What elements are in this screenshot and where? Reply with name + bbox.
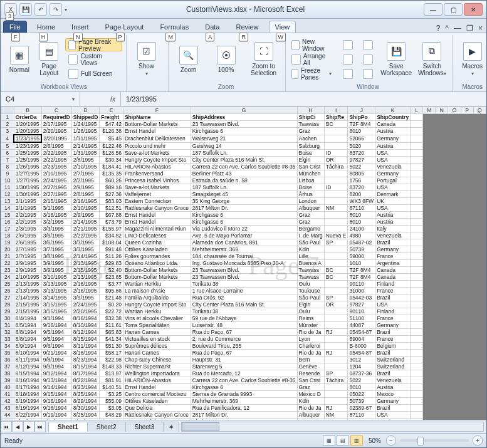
cell[interactable]: 8/30/1994 xyxy=(71,405,100,412)
cell[interactable]: 69004 xyxy=(348,336,375,343)
h-scroll-thumb[interactable] xyxy=(182,422,219,431)
cell[interactable]: 87110 xyxy=(348,412,375,419)
cell[interactable]: Piccolo und mehr xyxy=(123,142,191,150)
cell[interactable]: UK xyxy=(375,198,411,205)
cell[interactable]: Torikatu 38 xyxy=(191,308,297,315)
cell[interactable]: Köln xyxy=(297,398,324,405)
cell[interactable]: Aachen xyxy=(297,135,324,142)
cell[interactable]: Canada xyxy=(375,267,411,274)
cell[interactable]: 8/10/1994 xyxy=(71,322,100,329)
cell[interactable]: $3.05 xyxy=(100,405,123,412)
cell[interactable]: 1/30/1995 xyxy=(14,184,41,191)
cell[interactable]: 2/14/1995 xyxy=(71,253,100,260)
cell[interactable]: 2817 Milton Dr. xyxy=(191,205,297,212)
tab-prev-button[interactable]: ◀ xyxy=(12,421,23,432)
sync-scroll-button[interactable] xyxy=(360,53,376,66)
cell[interactable]: 8/12/1994 xyxy=(14,363,41,370)
cell[interactable]: London xyxy=(297,198,324,205)
cell[interactable]: Boise xyxy=(297,184,324,191)
cell[interactable]: Richter Supermarkt xyxy=(123,363,191,370)
cell[interactable]: Geislweg 14 xyxy=(191,142,297,150)
cell[interactable]: BC xyxy=(324,274,348,281)
col-header-D[interactable]: D xyxy=(71,107,100,114)
cell[interactable]: Ernst Handel xyxy=(123,384,191,391)
cell[interactable]: São Paul xyxy=(297,239,324,246)
cell[interactable]: 9/14/1994 xyxy=(41,384,71,391)
arrange-all-button[interactable]: Arrange All xyxy=(288,53,335,66)
cell[interactable]: Rua do Paço, 67 xyxy=(191,329,297,336)
cell[interactable]: 8200 xyxy=(348,191,375,198)
cell[interactable]: Rua do Paço, 67 xyxy=(191,350,297,357)
cell[interactable]: Vaffeljernet xyxy=(123,191,191,198)
cell[interactable]: $41.34 xyxy=(100,336,123,343)
cell[interactable]: 2/2/1995 xyxy=(71,177,100,184)
cell[interactable]: 2/6/1995 xyxy=(14,232,41,239)
cell[interactable]: Luisenstr. 48 xyxy=(191,322,297,329)
cell[interactable] xyxy=(324,315,348,322)
cell[interactable]: 1/26/1995 xyxy=(71,128,100,135)
cell[interactable]: 2/7/1995 xyxy=(14,246,41,253)
cell[interactable]: Smagsløget 45 xyxy=(191,191,297,198)
cell[interactable]: Torikatu 38 xyxy=(191,281,297,288)
zoom-out-button[interactable]: − xyxy=(386,435,396,445)
mdi-restore-icon[interactable]: ❐ xyxy=(466,24,473,33)
cell[interactable]: 2/10/1995 xyxy=(71,164,100,170)
cell[interactable]: Germany xyxy=(375,398,411,405)
cell[interactable]: 2/22/1995 xyxy=(41,150,71,157)
cell[interactable]: 23 Tsawassen Blvd. xyxy=(191,121,297,128)
cell[interactable]: Save-a-lot Markets xyxy=(123,150,191,157)
cell[interactable]: Finland xyxy=(375,308,411,315)
cell[interactable]: Boise xyxy=(297,150,324,157)
cell[interactable]: $148.33 xyxy=(100,363,123,370)
cell[interactable]: $32.38 xyxy=(100,315,123,322)
cell[interactable]: I. de Marg xyxy=(297,232,324,239)
cell[interactable]: Via Ludovico il Moro 22 xyxy=(191,226,297,232)
cell[interactable]: 9/13/1994 xyxy=(41,377,71,384)
cell[interactable]: Charleroi xyxy=(297,343,324,350)
col-header-L[interactable]: L xyxy=(411,107,423,114)
cell[interactable]: 8010 xyxy=(348,128,375,135)
cell[interactable]: OR xyxy=(324,301,348,308)
cell[interactable] xyxy=(324,226,348,232)
cell[interactable]: 8/17/1994 xyxy=(71,370,100,377)
cell[interactable]: OR xyxy=(324,157,348,164)
cell[interactable]: Graz xyxy=(297,384,324,391)
row-header[interactable]: 37 xyxy=(1,363,14,370)
cell[interactable]: Ing. Gustavo Moncada 8585 Piso 20-A xyxy=(191,260,297,267)
row-header[interactable]: 18 xyxy=(1,232,14,239)
cell[interactable]: 8/25/1994 xyxy=(71,412,100,419)
tab-insert[interactable]: InsertN xyxy=(65,21,95,33)
cell[interactable]: Walserweg 21 xyxy=(191,135,297,142)
cell[interactable]: $11.61 xyxy=(100,322,123,329)
row-header[interactable]: 23 xyxy=(1,267,14,274)
cell[interactable]: BC xyxy=(324,121,348,128)
cell[interactable]: Hungry Coyote Import Sto xyxy=(123,157,191,164)
cell[interactable]: France xyxy=(375,315,411,322)
cell[interactable]: Eastern Connection xyxy=(123,198,191,205)
cell[interactable]: Germany xyxy=(375,246,411,253)
cell[interactable]: $108.04 xyxy=(100,239,123,246)
cell[interactable]: Táchira xyxy=(324,377,348,384)
cell[interactable]: $122.46 xyxy=(100,142,123,150)
cell[interactable]: 3/3/1995 xyxy=(71,246,100,253)
col-header-P[interactable]: P xyxy=(461,107,473,114)
cell[interactable]: 8/8/1994 xyxy=(14,336,41,343)
cell[interactable]: 08737-36 xyxy=(348,370,375,377)
unhide-button[interactable] xyxy=(340,67,356,80)
cell[interactable]: France xyxy=(375,288,411,294)
cell[interactable]: Albuquer xyxy=(297,205,324,212)
row-header[interactable]: 11 xyxy=(1,184,14,191)
row-header[interactable]: 16 xyxy=(1,219,14,226)
col-header-C[interactable]: C xyxy=(41,107,71,114)
cell[interactable] xyxy=(324,398,348,405)
cell[interactable]: 2/13/1995 xyxy=(14,281,41,288)
cell[interactable]: 3/15/1995 xyxy=(41,301,71,308)
row-header[interactable]: 42 xyxy=(1,398,14,405)
cell[interactable]: 5020 xyxy=(348,142,375,150)
cell[interactable]: RJ xyxy=(324,350,348,357)
cell[interactable]: T2F 8M4 xyxy=(348,121,375,128)
cell[interactable]: 24100 xyxy=(348,226,375,232)
cell[interactable]: Starenweg 5 xyxy=(191,363,297,370)
zoom-in-button[interactable]: + xyxy=(473,435,483,445)
cell[interactable]: 90110 xyxy=(348,308,375,315)
